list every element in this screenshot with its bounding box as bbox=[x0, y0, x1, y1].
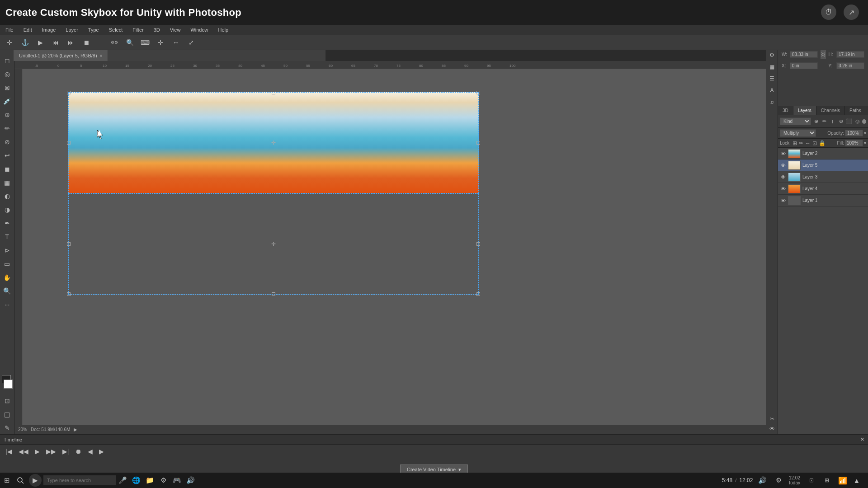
tool-spot-heal[interactable]: ⊕ bbox=[1, 109, 13, 121]
tool-screen[interactable]: ◫ bbox=[1, 408, 13, 420]
panel-toggle-eye[interactable]: 👁 bbox=[767, 424, 777, 434]
opacity-dropdown[interactable]: ▾ bbox=[864, 131, 866, 136]
toolbar-option4[interactable]: ✛ bbox=[155, 37, 166, 48]
panel-toggle-7[interactable]: ♬ bbox=[767, 97, 777, 107]
layer-item[interactable]: 👁 Layer 4 bbox=[778, 183, 868, 195]
tool-eyedropper[interactable]: 💉 bbox=[1, 95, 13, 107]
windows-start[interactable]: ⊞ bbox=[0, 473, 14, 488]
handle-ml-2[interactable] bbox=[67, 242, 71, 246]
toolbar-option2[interactable]: 🔍 bbox=[124, 37, 136, 48]
lt-btn-5[interactable]: ⬛ bbox=[846, 117, 853, 126]
fill-dropdown[interactable]: ▾ bbox=[864, 141, 866, 145]
lock-icon-4[interactable]: ⊡ bbox=[812, 140, 817, 146]
tab-3d[interactable]: 3D bbox=[778, 106, 793, 115]
taskbar-mic[interactable]: 🎤 bbox=[116, 473, 129, 488]
blend-mode-select[interactable]: Kind bbox=[780, 117, 811, 125]
taskbar-music[interactable]: 🔊 bbox=[184, 473, 197, 488]
menu-filter[interactable]: Filter bbox=[131, 26, 145, 33]
taskbar-play[interactable]: ▶ bbox=[29, 474, 42, 487]
tool-crop[interactable]: ⊠ bbox=[1, 82, 13, 94]
menu-window[interactable]: Window bbox=[189, 26, 210, 33]
prop-x-value[interactable] bbox=[790, 62, 818, 69]
menu-layer[interactable]: Layer bbox=[64, 26, 80, 33]
toolbar-move[interactable]: ✛ bbox=[4, 37, 15, 48]
expand-btn[interactable]: ▲ bbox=[850, 473, 863, 488]
tl-back[interactable]: ◀ bbox=[87, 447, 94, 456]
tool-clone[interactable]: ⊘ bbox=[1, 136, 13, 148]
toolbar-anchor[interactable]: ⚓ bbox=[19, 37, 31, 48]
lt-btn-1[interactable]: ⊕ bbox=[812, 117, 819, 126]
tool-gradient[interactable]: ▦ bbox=[1, 177, 13, 188]
taskbar-icon-1[interactable]: ⊡ bbox=[805, 473, 818, 488]
taskbar-games[interactable]: 🎮 bbox=[170, 473, 184, 488]
tool-pen[interactable]: ✒ bbox=[1, 217, 13, 229]
toolbar-prev[interactable]: ⏮ bbox=[50, 37, 61, 48]
handle-mr-2[interactable] bbox=[476, 242, 480, 246]
prop-w-value[interactable] bbox=[790, 51, 818, 58]
tool-brush[interactable]: ✏ bbox=[1, 122, 13, 134]
menu-help[interactable]: Help bbox=[217, 26, 231, 33]
handle-tl[interactable] bbox=[67, 91, 71, 94]
taskbar-browser[interactable]: 🌐 bbox=[129, 473, 143, 488]
tl-prev[interactable]: ◀◀ bbox=[18, 447, 29, 456]
layer-eye-5[interactable]: 👁 bbox=[780, 197, 786, 204]
menu-type[interactable]: Type bbox=[86, 26, 101, 33]
toolbar-option6[interactable]: ⤢ bbox=[185, 37, 197, 48]
lock-icon-1[interactable]: ⊞ bbox=[793, 140, 797, 146]
panel-toggle-5[interactable]: ☰ bbox=[767, 74, 777, 84]
handle-bl[interactable] bbox=[67, 292, 71, 296]
menu-image[interactable]: Image bbox=[40, 26, 58, 33]
toolbar-stop[interactable]: ⏹ bbox=[80, 37, 92, 48]
tl-play[interactable]: ▶ bbox=[34, 447, 41, 456]
panel-toggle-brush[interactable]: ✂ bbox=[767, 414, 777, 424]
fill-input[interactable] bbox=[845, 140, 863, 146]
tool-hand[interactable]: ✋ bbox=[1, 272, 13, 283]
toolbar-next[interactable]: ⏭ bbox=[65, 37, 77, 48]
tool-select[interactable]: ◻ bbox=[1, 55, 13, 66]
canvas-content[interactable]: ✛ ✛ bbox=[23, 69, 778, 426]
layer-eye-1[interactable]: 👁 bbox=[780, 150, 786, 157]
prop-h-value[interactable] bbox=[836, 51, 864, 58]
tool-more[interactable]: ··· bbox=[1, 299, 13, 310]
layer-eye-2[interactable]: 👁 bbox=[780, 162, 786, 169]
search-btn[interactable] bbox=[14, 473, 27, 488]
taskbar-files[interactable]: 📁 bbox=[143, 473, 156, 488]
layer-item[interactable]: 👁 Layer 3 bbox=[778, 171, 868, 183]
tl-record[interactable]: ⏺ bbox=[74, 447, 82, 456]
toolbar-option3[interactable]: ⌨ bbox=[139, 37, 151, 48]
tool-shape[interactable]: ▭ bbox=[1, 258, 13, 270]
settings-btn[interactable]: ⚙ bbox=[772, 473, 785, 488]
document-tab[interactable]: Untitled-1 @ 20% (Layer 5, RGB/8) × bbox=[14, 50, 108, 61]
clock-icon[interactable]: ⏱ bbox=[821, 5, 836, 20]
tab-layers[interactable]: Layers bbox=[793, 106, 816, 115]
menu-select[interactable]: Select bbox=[107, 26, 125, 33]
link-icon[interactable]: ⛓ bbox=[821, 50, 826, 59]
panel-toggle-6[interactable]: A bbox=[767, 85, 777, 95]
menu-edit[interactable]: Edit bbox=[22, 26, 34, 33]
layer-item-active[interactable]: 👁 Layer 5 bbox=[778, 160, 868, 171]
search-input[interactable] bbox=[43, 475, 116, 485]
layer-item[interactable]: 👁 Layer 2 bbox=[778, 148, 868, 160]
toolbar-play[interactable]: ▶ bbox=[34, 37, 46, 48]
lt-btn-3[interactable]: T bbox=[829, 117, 836, 126]
layer-eye-3[interactable]: 👁 bbox=[780, 174, 786, 180]
tool-extra[interactable]: ✎ bbox=[1, 422, 13, 434]
tool-text[interactable]: T bbox=[1, 231, 13, 243]
taskbar-store[interactable]: ⚙ bbox=[156, 473, 170, 488]
toolbar-option1[interactable]: ⚙⚙ bbox=[108, 37, 120, 48]
lock-icon-3[interactable]: ↔ bbox=[805, 140, 811, 146]
taskbar-speaker[interactable]: 📶 bbox=[838, 476, 847, 485]
lt-btn-4[interactable]: ⊘ bbox=[837, 117, 844, 126]
menu-3d[interactable]: 3D bbox=[152, 26, 162, 33]
menu-view[interactable]: View bbox=[168, 26, 183, 33]
volume-btn[interactable]: 🔊 bbox=[755, 473, 769, 488]
tl-next[interactable]: ▶▶ bbox=[45, 447, 57, 456]
tl-last[interactable]: ▶| bbox=[61, 447, 70, 456]
layer-item[interactable]: 👁 Layer 1 bbox=[778, 195, 868, 206]
handle-br[interactable] bbox=[476, 292, 480, 296]
tl-fwd[interactable]: ▶ bbox=[98, 447, 105, 456]
lt-btn-2[interactable]: ✏ bbox=[821, 117, 828, 126]
tool-blur[interactable]: ◐ bbox=[1, 190, 13, 202]
handle-bc[interactable] bbox=[272, 292, 275, 296]
handle-ml[interactable] bbox=[67, 141, 71, 145]
